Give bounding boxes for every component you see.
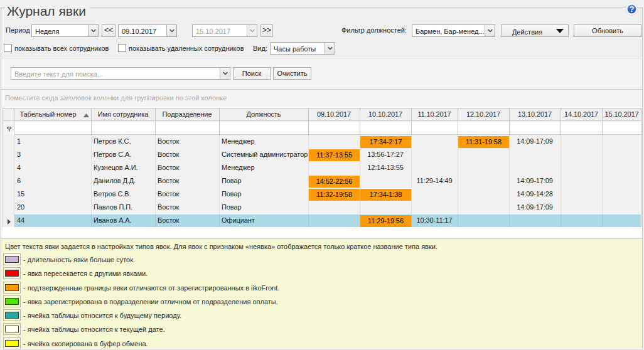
svg-text:?: ? xyxy=(630,5,635,14)
